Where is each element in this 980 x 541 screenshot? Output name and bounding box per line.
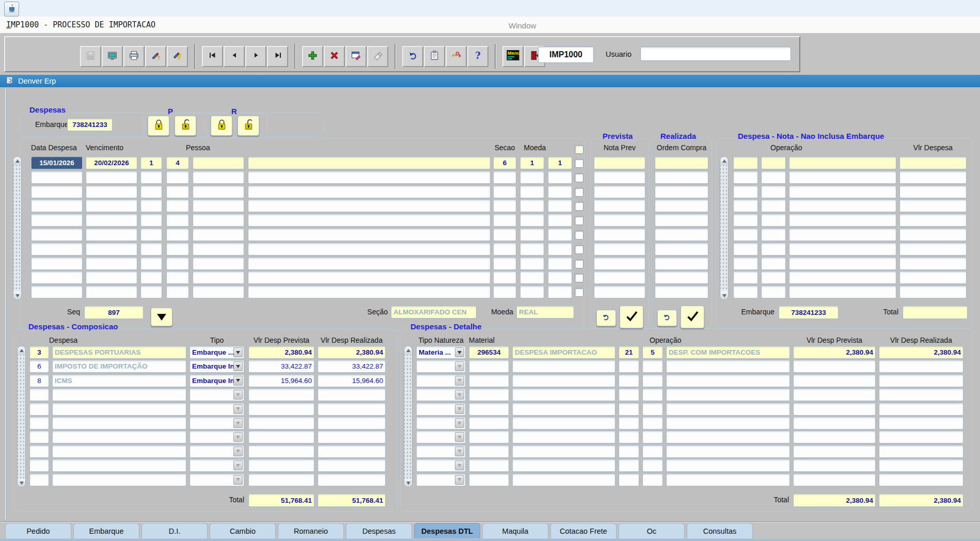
despesas-row-pessoa_cod[interactable] [193, 228, 244, 241]
despesa-nota-scrollbar[interactable] [720, 156, 729, 300]
scroll-up-icon[interactable] [13, 157, 21, 165]
despesas-row-secao[interactable] [493, 185, 516, 198]
composicao-row-nome[interactable] [52, 388, 186, 401]
detalhe-row-real[interactable]: 2,380.94 [879, 346, 963, 359]
nota-row-op2[interactable] [761, 285, 786, 298]
scroll-up-icon[interactable] [18, 346, 25, 355]
dropdown-arrow-icon[interactable] [455, 376, 464, 386]
composicao-row-tipo[interactable] [189, 445, 244, 458]
unlock-p-open-button[interactable] [175, 116, 196, 136]
screen-button[interactable] [102, 46, 123, 67]
detalhe-row-op_desc[interactable] [666, 374, 790, 387]
prevista-row-nota_prev[interactable] [594, 185, 645, 198]
detalhe-row-op_desc[interactable] [666, 473, 790, 486]
tab-despesas[interactable]: Despesas [346, 523, 412, 538]
realizada-row-ordem_compra[interactable] [655, 243, 708, 256]
dropdown-arrow-icon[interactable] [455, 390, 464, 400]
despesas-row-secao[interactable] [493, 285, 516, 298]
scroll-track[interactable] [404, 355, 412, 479]
composicao-row-nome[interactable]: DESPESAS PORTUARIAS [52, 346, 186, 359]
despesas-row-checkbox[interactable] [575, 245, 583, 254]
despesas-row-moeda[interactable] [520, 271, 544, 284]
composicao-row-real[interactable]: 15,964.60 [318, 374, 386, 387]
composicao-row-tipo[interactable] [189, 388, 244, 401]
detalhe-row-op1[interactable] [619, 403, 639, 416]
dropdown-arrow-icon[interactable] [233, 390, 243, 400]
despesas-row-pessoa_nome[interactable] [248, 271, 491, 284]
nota-row-op1[interactable] [733, 257, 758, 270]
nota-row-desc[interactable] [789, 271, 896, 284]
despesas-row-data[interactable]: 15/01/2026 [31, 156, 83, 169]
realizada-row-ordem_compra[interactable] [655, 285, 708, 298]
detalhe-row-op2[interactable] [642, 360, 663, 373]
detalhe-row-op_desc[interactable] [666, 431, 790, 443]
composicao-row-tipo[interactable] [189, 403, 244, 416]
nota-row-desc[interactable] [789, 243, 896, 256]
despesas-row-checkbox[interactable] [575, 231, 583, 240]
detalhe-row-prev[interactable] [793, 417, 876, 429]
composicao-row-prev[interactable] [248, 417, 314, 429]
composicao-row-cod[interactable] [29, 445, 49, 458]
despesas-row-data[interactable] [31, 257, 83, 270]
composicao-row-nome[interactable] [52, 473, 186, 486]
detalhe-row-op2[interactable] [642, 473, 663, 486]
detalhe-row-mat_desc[interactable] [512, 360, 615, 373]
detalhe-row-real[interactable] [879, 360, 963, 373]
despesas-row-venc[interactable] [86, 257, 137, 270]
scroll-down-icon[interactable] [404, 479, 412, 487]
despesas-row-moeda2[interactable] [548, 271, 572, 284]
composicao-row-tipo[interactable]: Embarque ... [189, 346, 244, 359]
unlock-r-open-button[interactable] [238, 116, 259, 136]
despesas-row-checkbox[interactable] [575, 288, 583, 297]
nota-row-op2[interactable] [761, 199, 786, 212]
despesas-row-moeda[interactable] [520, 228, 544, 241]
realizada-row-ordem_compra[interactable] [655, 171, 708, 184]
despesas-row-pessoa_nome[interactable] [248, 285, 491, 298]
composicao-row-prev[interactable] [248, 459, 314, 472]
despesas-row-f1[interactable] [140, 228, 162, 241]
despesas-row-data[interactable] [31, 228, 83, 241]
nota-row-op1[interactable] [733, 271, 758, 284]
nota-row-op1[interactable] [733, 156, 758, 169]
realizada-undo-button[interactable] [657, 310, 677, 326]
scroll-down-icon[interactable] [18, 479, 25, 487]
composicao-row-tipo[interactable]: Embarque In... [189, 360, 244, 373]
secao-field[interactable]: ALMOXARIFADO CEN [391, 306, 477, 319]
composicao-row-real[interactable] [318, 445, 386, 458]
despesas-row-venc[interactable] [86, 271, 137, 284]
despesas-row-moeda2[interactable] [548, 228, 572, 241]
despesas-row-moeda2[interactable] [548, 214, 572, 227]
dropdown-arrow-icon[interactable] [233, 361, 243, 371]
detalhe-row-natureza[interactable] [416, 473, 466, 486]
despesas-row-pessoa_cod[interactable] [193, 243, 244, 256]
nota-row-vlr[interactable] [899, 156, 967, 169]
despesas-row-f1[interactable] [140, 257, 162, 270]
nota-row-op1[interactable] [733, 185, 758, 198]
despesas-row-f1[interactable] [140, 185, 162, 198]
detalhe-row-natureza[interactable] [416, 431, 466, 443]
tab-embarque[interactable]: Embarque [73, 523, 139, 538]
composicao-row-tipo[interactable] [189, 459, 244, 472]
composicao-row-prev[interactable] [248, 445, 314, 458]
composicao-row-real[interactable]: 33,422.87 [318, 360, 386, 373]
realizada-row-ordem_compra[interactable] [655, 257, 708, 270]
nota-row-desc[interactable] [789, 185, 896, 198]
despesas-row-secao[interactable] [493, 257, 516, 270]
despesas-row-f2[interactable] [166, 214, 189, 227]
despesas-row-venc[interactable]: 20/02/2026 [86, 156, 137, 169]
dropdown-arrow-icon[interactable] [233, 404, 243, 414]
despesas-row-data[interactable] [31, 185, 83, 198]
composicao-row-nome[interactable]: IMPOSTO DE IMPORTAÇÃO [52, 360, 186, 373]
detalhe-row-op2[interactable] [642, 374, 663, 387]
nota-row-op2[interactable] [761, 271, 786, 284]
detalhe-row-real[interactable] [879, 431, 963, 443]
despesas-row-pessoa_cod[interactable] [193, 185, 244, 198]
despesas-row-secao[interactable] [493, 243, 516, 256]
prevista-undo-button[interactable] [596, 310, 616, 326]
detalhe-row-mat_cod[interactable] [469, 431, 509, 443]
despesas-scrollbar[interactable] [13, 156, 22, 300]
detalhe-row-mat_desc[interactable] [512, 431, 615, 443]
despesas-row-moeda2[interactable] [548, 185, 572, 198]
nota-row-vlr[interactable] [899, 185, 967, 198]
nota-embarque-field[interactable]: 738241233 [779, 306, 839, 319]
